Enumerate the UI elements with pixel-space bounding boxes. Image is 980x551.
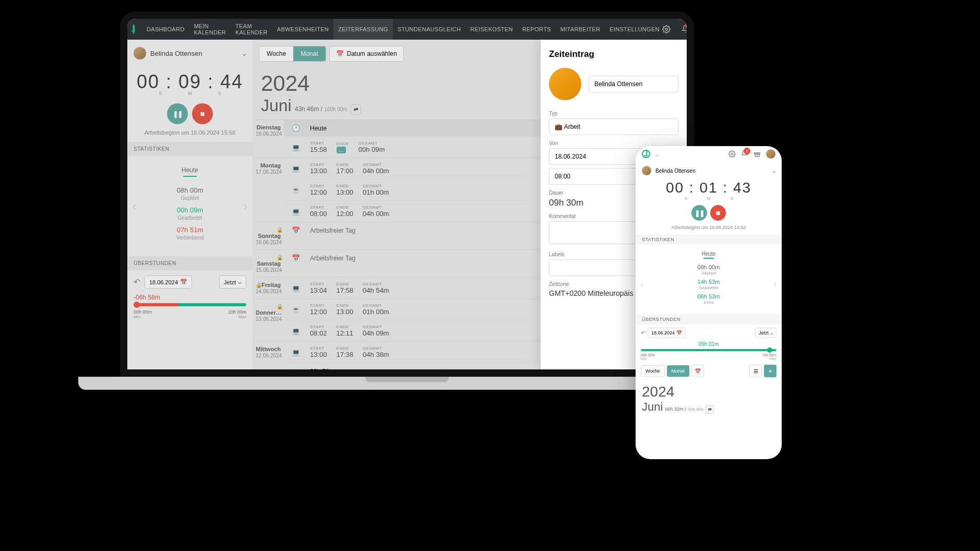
overtime-range-select[interactable]: Jetzt ⌵ [219, 276, 246, 289]
phone-slider[interactable] [641, 349, 776, 351]
total-time: 00h 09m [358, 146, 385, 153]
chevron-down-icon[interactable]: ⌵ [655, 151, 659, 157]
phone-add-button[interactable]: + [764, 365, 776, 377]
phone-user-selector[interactable]: Belinda Ottensen ⌵ [636, 162, 782, 179]
nav-dashboard[interactable]: DASHBOARD [142, 19, 189, 40]
phone-stop-button[interactable] [710, 205, 726, 221]
undo-button[interactable]: ↶ [134, 277, 140, 287]
total-time: 04h 00m [363, 167, 389, 175]
type-select[interactable]: 💼 Arbeit [549, 118, 678, 135]
overtime-slider[interactable] [134, 303, 246, 306]
chevron-down-icon: ⌵ [242, 50, 246, 57]
phone-avatar[interactable] [766, 149, 775, 159]
drawer-avatar [549, 68, 581, 100]
sidebar: Belinda Ottensen ⌵ 00 : 09 : 44 SMS Arbe… [127, 40, 253, 369]
calendar-icon: 📅 [180, 279, 187, 285]
free-day-label: Arbeitsfreier Tag [310, 255, 355, 262]
phone-badge: 1 [744, 148, 750, 154]
type-label: Typ [549, 111, 678, 116]
stats-next[interactable]: › [244, 200, 247, 212]
start-time: 15:58 [310, 146, 327, 153]
nav-settings[interactable]: EINSTELLUNGEN [605, 19, 675, 40]
calendar-icon: 📅 [291, 254, 301, 262]
day-date: 18.06.2024 [256, 131, 282, 137]
pause-icon [695, 209, 704, 217]
phone-week-button[interactable]: Woche [641, 365, 665, 377]
phone-shuffle[interactable]: ⇄ [706, 405, 714, 414]
timer-seconds: 44 [220, 71, 243, 92]
phone-undo[interactable]: ↶ [641, 330, 646, 337]
day-name: Sonntag [258, 233, 281, 239]
svg-point-4 [731, 153, 733, 155]
start-time: 13:04 [310, 286, 327, 294]
phone-date-picker[interactable]: 18.06.2024 📅 [648, 328, 686, 338]
nav-reports[interactable]: REPORTS [518, 19, 556, 40]
overtime-value: -06h 58m [127, 294, 253, 301]
chevron-down-icon: ⌵ [238, 279, 242, 285]
overtime-date-picker[interactable]: 18.06.2024 📅 [145, 276, 192, 289]
stats-remaining-hours: 07h 51m [134, 226, 246, 234]
nav-absences[interactable]: ABWESENHEITEN [272, 19, 333, 40]
stop-button[interactable] [192, 103, 213, 124]
stop-icon [200, 110, 205, 118]
date-picker-button[interactable]: 📅 Datum auswählen [329, 46, 404, 62]
nav-team-calendar[interactable]: TEAM KALENDER [231, 19, 272, 40]
gear-icon [662, 25, 671, 33]
nav-settings-label: EINSTELLUNGEN [609, 26, 660, 32]
nav-my-calendar[interactable]: MEIN KALENDER [189, 19, 231, 40]
timer-display: 00 : 09 : 44 SMS [127, 67, 253, 98]
user-selector[interactable]: Belinda Ottensen ⌵ [127, 40, 253, 67]
nav-hours-balance[interactable]: STUNDENAUSGLEICH [393, 19, 466, 40]
stats-remaining-label: Verbleibend [134, 235, 246, 241]
stats-card: ‹ › Heute 08h 00m Geplant 00h 09m Gearbe… [127, 156, 253, 256]
start-time: 08:00 [310, 210, 327, 218]
from-label: Von [549, 140, 678, 146]
day-name: Mittwoch [256, 346, 281, 352]
phone-month-button[interactable]: Monat [667, 365, 689, 377]
phone-range-select[interactable]: Jetzt ⌵ [755, 328, 776, 338]
today-label: Heute [310, 125, 327, 132]
day-date: 13.06.2024 [256, 316, 282, 322]
end-time: 17:58 [337, 286, 354, 294]
pause-button[interactable] [167, 103, 188, 124]
view-segment: Woche Monat [259, 46, 326, 62]
day-name: Dienstag [257, 124, 281, 130]
phone-stats-next[interactable]: › [774, 280, 776, 288]
shuffle-button[interactable]: ⇄ [351, 104, 361, 115]
nav-employees[interactable]: MITARBEITER [556, 19, 605, 40]
phone-stats-prev[interactable]: ‹ [641, 280, 643, 288]
phone-pause-button[interactable] [691, 205, 707, 221]
svg-point-0 [665, 28, 667, 30]
stats-prev[interactable]: ‹ [133, 200, 136, 212]
start-time: 13:00 [310, 167, 327, 175]
user-name: Belinda Ottensen [150, 50, 202, 57]
day-date: 16.06.2024 [256, 239, 282, 245]
end-time: 17:38 [337, 351, 354, 358]
day-date: 14.06.2024 [256, 289, 282, 294]
pause-icon [173, 110, 182, 118]
notifications-button[interactable]: 1 [682, 25, 690, 34]
gear-icon[interactable] [728, 150, 736, 158]
total-time: 04h 09m [363, 329, 389, 337]
end-time: 12:11 [337, 329, 354, 337]
day-date: 15.06.2024 [256, 267, 282, 273]
gift-icon[interactable] [754, 150, 761, 158]
phone-work-start: Arbeitsbeginn um 19.06.2024 14:52 [636, 225, 782, 230]
phone-year: 2024 [636, 381, 782, 400]
nav-travel-costs[interactable]: REISEKOSTEN [465, 19, 518, 40]
calendar-icon: 📅 [336, 50, 344, 57]
stats-planned-hours: 08h 00m [134, 186, 246, 194]
view-week-button[interactable]: Woche [259, 46, 293, 61]
phone-list-button[interactable]: ☰ [749, 365, 762, 377]
break-icon: | [291, 367, 301, 369]
start-time: 12:00 [310, 188, 327, 196]
mobile-device: ⌵ 1 Belinda Ottensen ⌵ 00 : 01 : 43 SMS … [636, 146, 782, 459]
phone-calendar-button[interactable]: 📅 [691, 365, 704, 377]
view-month-button[interactable]: Monat [293, 46, 325, 61]
day-date: 17.06.2024 [256, 169, 282, 175]
phone-notifications[interactable]: 1 [741, 150, 748, 158]
phone-logo [642, 150, 650, 158]
start-time: 08:02 [310, 329, 327, 337]
lock-icon: 🔒 [277, 227, 283, 233]
nav-timetracking[interactable]: ZEITERFASSUNG [333, 19, 393, 40]
